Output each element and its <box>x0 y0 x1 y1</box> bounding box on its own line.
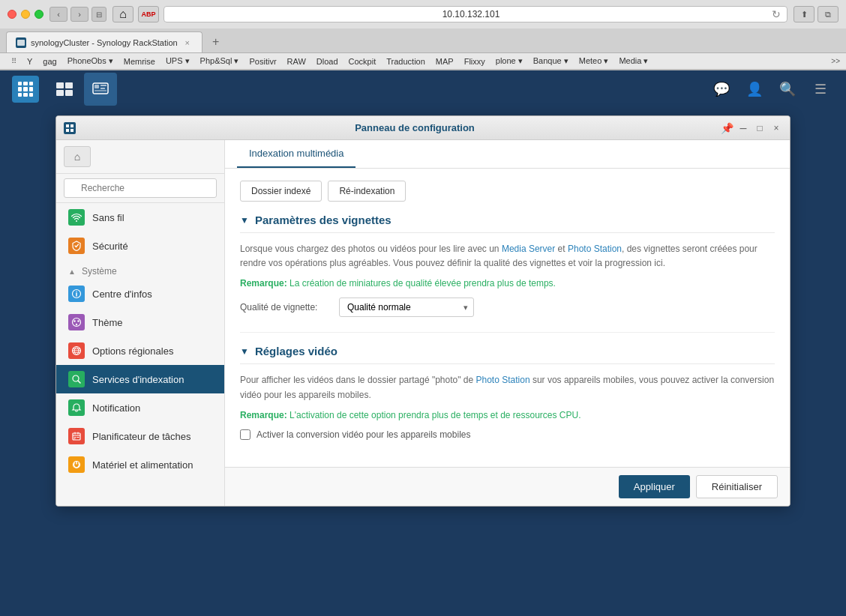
quality-select[interactable]: Qualité normale Qualité élevée Qualité f… <box>339 298 474 317</box>
share-button[interactable]: ⬆ <box>794 6 814 22</box>
menu-button[interactable]: ☰ <box>807 76 834 103</box>
sidebar-item-materiel[interactable]: Matériel et alimentation <box>56 450 224 479</box>
bookmark-raw[interactable]: RAW <box>283 55 310 67</box>
logo-dot <box>18 87 22 91</box>
home-button[interactable]: ⌂ <box>112 6 134 22</box>
media-server-link[interactable]: Media Server <box>502 244 555 254</box>
sidebar-item-sans-fil[interactable]: Sans fil <box>56 203 224 232</box>
sidebar-item-centre-infos[interactable]: Centre d'infos <box>56 280 224 308</box>
window-dots <box>8 10 44 19</box>
tab-favicon <box>16 37 26 48</box>
thumbnails-section-title: Paramètres des vignettes <box>255 214 392 226</box>
reload-icon[interactable]: ↻ <box>772 8 781 20</box>
sidebar-section-systeme[interactable]: ▲ Système <box>56 260 224 280</box>
browser-nav: ‹ › ⊟ <box>50 7 106 22</box>
sidebar-label-options-regionales: Options régionales <box>92 345 173 357</box>
thumbnails-description: Lorsque vous chargez des photos ou vidéo… <box>240 242 775 271</box>
reset-button[interactable]: Réinitialiser <box>696 475 778 498</box>
svg-rect-11 <box>66 129 69 132</box>
sidebar-item-notification[interactable]: Notification <box>56 393 224 422</box>
bookmark-gag[interactable]: gag <box>38 55 61 67</box>
notification-icon <box>68 399 85 416</box>
quality-select-wrapper: Qualité normale Qualité élevée Qualité f… <box>339 298 474 317</box>
taskbar-icon-control-panel[interactable] <box>84 73 117 106</box>
dossier-indexe-button[interactable]: Dossier indexé <box>240 181 322 202</box>
url-text: 10.10.132.101 <box>170 9 772 19</box>
bookmark-banque[interactable]: Banque ▾ <box>529 55 573 67</box>
logo-dot <box>29 93 33 97</box>
video-toggle[interactable]: ▼ <box>240 346 249 357</box>
browser-tab[interactable]: synologyCluster - Synology RackStation × <box>6 31 202 52</box>
url-bar[interactable]: 10.10.132.101 ↻ <box>164 6 788 22</box>
tab-close-button[interactable]: × <box>182 37 193 48</box>
taskbar-icon-main[interactable] <box>48 73 81 106</box>
bookmarks-bar: ⠿ Y gag PhoneObs ▾ Memrise UPS ▾ Php&Sql… <box>0 53 846 70</box>
svg-rect-9 <box>66 124 69 127</box>
sidebar-label-materiel: Matériel et alimentation <box>92 459 193 471</box>
window-maximize-button[interactable]: □ <box>754 122 766 134</box>
thumbnails-toggle[interactable]: ▼ <box>240 215 249 226</box>
bookmark-plone[interactable]: plone ▾ <box>491 55 527 67</box>
sidebar-item-securite[interactable]: Sécurité <box>56 232 224 260</box>
window-footer: Appliquer Réinitialiser <box>225 467 790 506</box>
bookmarks-more[interactable]: >> <box>831 57 840 65</box>
bookmark-memrise[interactable]: Memrise <box>119 55 160 67</box>
apply-button[interactable]: Appliquer <box>619 475 690 498</box>
sidebar-item-options-regionales[interactable]: Options régionales <box>56 336 224 365</box>
adblock-button[interactable]: ABP <box>138 6 159 22</box>
window-pin-button[interactable]: 📌 <box>721 122 733 134</box>
tab-navigation: Indexation multimédia <box>225 140 790 169</box>
window-button[interactable]: ⊟ <box>92 7 106 22</box>
bookmark-positivr[interactable]: Positivr <box>244 55 280 67</box>
photo-station-link[interactable]: Photo Station <box>568 244 622 254</box>
back-button[interactable]: ‹ <box>50 7 68 22</box>
video-conversion-label: Activer la conversion vidéo pour les app… <box>256 429 470 440</box>
message-button[interactable]: 💬 <box>708 76 735 103</box>
bookmark-y[interactable]: Y <box>22 55 37 67</box>
bookmark-media[interactable]: Media ▾ <box>614 55 652 67</box>
bookmarks-apps-icon[interactable]: ⠿ <box>6 55 21 67</box>
bookmark-map[interactable]: MAP <box>431 55 458 67</box>
sidebar-label-theme: Thème <box>92 317 122 328</box>
sidebar-item-services-indexation[interactable]: Services d'indexation <box>56 365 224 393</box>
new-tab-button[interactable]: ⧉ <box>818 6 838 22</box>
window-container: Panneau de configuration 📌 – □ × ⌂ <box>0 108 846 616</box>
forward-button[interactable]: › <box>70 7 88 22</box>
video-conversion-checkbox-row: Activer la conversion vidéo pour les app… <box>240 429 775 440</box>
browser-actions: ⬆ ⧉ <box>794 6 838 22</box>
bookmark-ups[interactable]: UPS ▾ <box>161 55 194 67</box>
taskbar-app-icons <box>48 73 117 106</box>
search-button[interactable]: 🔍 <box>774 76 801 103</box>
window-minimize-button[interactable]: – <box>737 122 749 134</box>
bookmark-traduction[interactable]: Traduction <box>382 55 430 67</box>
sidebar-item-planificateur[interactable]: Planificateur de tâches <box>56 422 224 450</box>
re-indexation-button[interactable]: Ré-indexation <box>328 181 406 202</box>
video-conversion-checkbox[interactable] <box>240 429 250 440</box>
sidebar-home-button[interactable]: ⌂ <box>64 146 91 167</box>
photo-station-link-2[interactable]: Photo Station <box>476 375 530 385</box>
sidebar-search-input[interactable] <box>64 178 217 198</box>
bookmark-meteo[interactable]: Meteo ▾ <box>574 55 614 67</box>
new-tab-add-button[interactable]: + <box>206 31 226 52</box>
synology-logo[interactable] <box>12 76 39 103</box>
bookmark-cockpit[interactable]: Cockpit <box>344 55 381 67</box>
tab-title: synologyCluster - Synology RackStation <box>31 38 178 47</box>
bookmark-phpsql[interactable]: Php&Sql ▾ <box>196 55 244 67</box>
video-remark-label: Remarque: <box>240 410 287 420</box>
section-divider <box>240 332 775 333</box>
close-dot[interactable] <box>8 10 16 19</box>
user-button[interactable]: 👤 <box>741 76 768 103</box>
minimize-dot[interactable] <box>21 10 30 19</box>
sidebar-item-theme[interactable]: Thème <box>56 308 224 336</box>
bookmark-phoneobs[interactable]: PhoneObs ▾ <box>63 55 118 67</box>
maximize-dot[interactable] <box>34 10 44 19</box>
thumbnails-remark: Remarque: La création de miniatures de q… <box>240 278 775 289</box>
tab-indexation-multimedia[interactable]: Indexation multimédia <box>237 140 356 168</box>
window-close-button[interactable]: × <box>770 122 782 134</box>
bookmark-dload[interactable]: Dload <box>312 55 343 67</box>
svg-rect-12 <box>70 129 74 132</box>
video-description: Pour afficher les vidéos dans le dossier… <box>240 373 775 402</box>
bookmark-flixxy[interactable]: Flixxy <box>460 55 490 67</box>
video-remark-text: L'activation de cette option prendra plu… <box>287 410 581 420</box>
svg-point-18 <box>76 324 77 325</box>
